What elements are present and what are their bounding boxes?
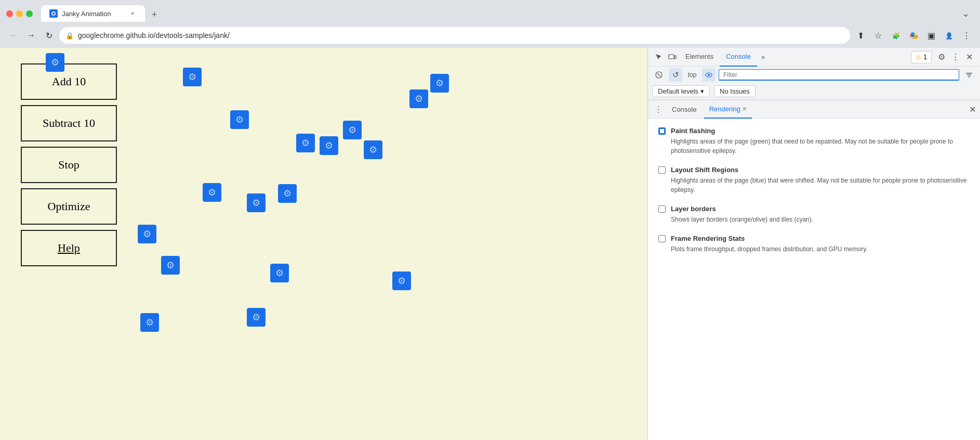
browser-chrome: Janky Animation × + ⌄ 🔒 googlechrome.git… <box>0 0 980 440</box>
blue-square-1 <box>183 68 202 86</box>
address-bar[interactable]: 🔒 googlechrome.github.io/devtools-sample… <box>59 27 850 44</box>
sidebar-button[interactable] <box>924 28 938 43</box>
reload-button[interactable]: ↺ <box>669 68 682 82</box>
render-option-title-frame-rendering: Frame Rendering Stats <box>671 235 868 242</box>
warning-count: 1 <box>923 54 927 61</box>
share-icon <box>857 31 864 41</box>
title-bar: Janky Animation × + ⌄ <box>0 0 980 23</box>
checkbox-frame-rendering[interactable] <box>658 235 666 242</box>
stop-button[interactable]: Stop <box>21 147 117 183</box>
rendering-panel-tab[interactable]: Rendering × <box>704 100 752 119</box>
refresh-icon <box>46 31 52 41</box>
svg-rect-2 <box>669 55 674 59</box>
console-panel-tab[interactable]: Console <box>667 100 702 119</box>
devtools-tab-elements[interactable]: Elements <box>679 48 720 67</box>
device-toggle-icon[interactable] <box>666 50 679 64</box>
filter-options-button[interactable] <box>962 68 976 82</box>
no-issues-button[interactable]: No Issues <box>714 85 756 97</box>
blue-square-7 <box>320 136 338 155</box>
bookmark-button[interactable] <box>871 28 885 43</box>
svg-rect-8 <box>966 73 972 74</box>
active-tab[interactable]: Janky Animation × <box>41 5 145 22</box>
blue-square-13 <box>161 256 180 275</box>
render-option-header-layer-borders: Layer bordersShows layer borders (orange… <box>658 205 970 224</box>
new-tab-button[interactable]: + <box>147 7 162 22</box>
inspector-icon[interactable] <box>652 50 666 64</box>
devtools-more-tabs[interactable]: » <box>757 53 769 61</box>
forward-button[interactable] <box>24 28 38 43</box>
traffic-light-red[interactable] <box>6 10 13 17</box>
filter-input[interactable] <box>719 69 959 81</box>
devtools-header: Elements Console » ⚠ 1 ⚙ ⋮ <box>648 48 980 100</box>
checkbox-paint-flashing[interactable] <box>658 127 666 135</box>
tab-favicon <box>49 9 58 18</box>
render-option-text-layout-shift: Layout Shift RegionsHighlights areas of … <box>671 166 970 195</box>
render-option-text-paint-flashing: Paint flashingHighlights areas of the pa… <box>671 127 970 156</box>
webpage: Add 10 Subtract 10 Stop Optimize Help <box>0 48 647 440</box>
blue-square-11 <box>247 193 266 212</box>
menu-button[interactable] <box>959 28 974 43</box>
tab-title: Janky Animation <box>62 10 124 18</box>
back-icon <box>9 31 18 40</box>
settings-icon: ⚙ <box>938 53 945 61</box>
sidebar-icon <box>928 31 935 41</box>
traffic-light-green[interactable] <box>26 10 33 17</box>
rendering-tab-close[interactable]: × <box>743 105 747 113</box>
subtract-10-button[interactable]: Subtract 10 <box>21 105 117 141</box>
warning-icon: ⚠ <box>916 54 921 61</box>
star-icon <box>875 31 882 41</box>
page-buttons: Add 10 Subtract 10 Stop Optimize Help <box>21 63 117 266</box>
window-chevron-down[interactable]: ⌄ <box>958 8 974 19</box>
top-dropdown[interactable]: top <box>685 68 699 82</box>
blue-square-15 <box>270 264 289 282</box>
render-option-layout-shift: Layout Shift RegionsHighlights areas of … <box>658 166 970 195</box>
devtools-close-button[interactable]: ✕ <box>963 52 976 62</box>
share-button[interactable] <box>853 28 868 43</box>
render-option-title-layout-shift: Layout Shift Regions <box>671 166 970 174</box>
clear-console-button[interactable] <box>652 68 666 82</box>
tab-bar: Janky Animation × + <box>41 5 162 22</box>
render-option-header-frame-rendering: Frame Rendering StatsPlots frame through… <box>658 235 970 254</box>
blue-square-4 <box>230 110 249 129</box>
reload-icon: ↺ <box>672 70 679 80</box>
render-option-desc-paint-flashing: Highlights areas of the page (green) tha… <box>671 137 970 156</box>
rendering-panel-close[interactable]: ✕ <box>969 105 976 114</box>
blue-square-8 <box>364 140 382 159</box>
svg-rect-3 <box>674 56 676 59</box>
close-icon: ✕ <box>966 53 973 61</box>
forward-icon <box>27 31 35 40</box>
blue-square-0 <box>46 53 64 72</box>
checkbox-layer-borders[interactable] <box>658 205 666 213</box>
back-button[interactable] <box>6 28 21 43</box>
add-10-button[interactable]: Add 10 <box>21 63 117 100</box>
panel-drag-handle[interactable]: ⋮ <box>652 105 665 114</box>
svg-point-7 <box>708 74 710 76</box>
svg-rect-9 <box>967 75 971 76</box>
blue-square-3 <box>409 89 428 108</box>
checkbox-layout-shift[interactable] <box>658 166 666 174</box>
traffic-light-yellow[interactable] <box>16 10 23 17</box>
devtools-warning-badge[interactable]: ⚠ 1 <box>911 51 932 63</box>
refresh-button[interactable] <box>42 28 56 43</box>
render-option-title-layer-borders: Layer borders <box>671 205 813 213</box>
devtools-tab-console[interactable]: Console <box>720 48 757 67</box>
cast-button[interactable]: 🎭 <box>906 28 921 43</box>
devtools-more-options[interactable]: ⋮ <box>948 52 963 62</box>
extensions-button[interactable] <box>889 28 903 43</box>
lock-icon: 🔒 <box>65 32 74 40</box>
devtools-toolbar2: ↺ top <box>648 67 980 83</box>
default-levels-button[interactable]: Default levels ▾ <box>652 85 710 97</box>
eye-icon-button[interactable] <box>702 68 716 82</box>
rendering-panel-header: ⋮ Console Rendering × ✕ <box>648 100 980 119</box>
blue-square-2 <box>430 74 449 93</box>
svg-rect-0 <box>50 10 57 17</box>
render-option-frame-rendering: Frame Rendering StatsPlots frame through… <box>658 235 970 254</box>
profile-button[interactable] <box>942 28 956 43</box>
tab-close-button[interactable]: × <box>128 9 137 18</box>
more-options-icon: ⋮ <box>951 53 960 61</box>
devtools-settings-button[interactable]: ⚙ <box>935 52 948 62</box>
help-button[interactable]: Help <box>21 230 117 266</box>
optimize-button[interactable]: Optimize <box>21 188 117 225</box>
svg-line-5 <box>657 73 660 76</box>
render-option-text-layer-borders: Layer bordersShows layer borders (orange… <box>671 205 813 224</box>
